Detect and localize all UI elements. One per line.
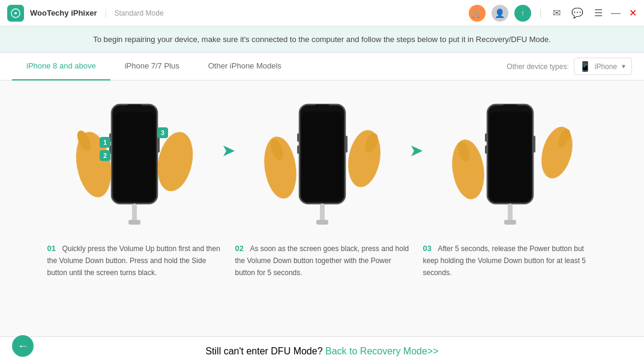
svg-rect-25 <box>297 145 299 154</box>
svg-rect-19 <box>128 220 140 225</box>
svg-point-26 <box>260 135 300 201</box>
svg-rect-4 <box>157 136 160 153</box>
back-arrow-icon: ← <box>17 340 28 353</box>
cart-icon[interactable]: 🛒 <box>469 5 486 22</box>
titlebar: WooTechy iPhixer Standard Mode 🛒 👤 ↑ | ✉… <box>0 0 644 26</box>
device-type-label: Other device types: <box>507 62 568 71</box>
svg-point-38 <box>448 138 487 201</box>
footer: ← Still can't enter DFU Mode? Back to Re… <box>0 336 644 364</box>
minimize-button[interactable]: — <box>611 8 621 19</box>
logo-icon <box>10 8 21 19</box>
svg-rect-31 <box>316 220 328 225</box>
arrow-right-icon: ➤ <box>221 141 235 160</box>
instruction-banner: To begin repairing your device, make sur… <box>0 26 644 53</box>
svg-rect-36 <box>485 133 487 142</box>
footer-static-text: Still can't enter DFU Mode? <box>205 346 322 357</box>
step-3-text: 03 After 5 seconds, release the Power bu… <box>423 243 597 279</box>
svg-text:2: 2 <box>103 153 107 159</box>
svg-rect-30 <box>320 204 325 222</box>
step-1-illustration: 1 2 3 <box>68 93 200 237</box>
mail-icon[interactable]: ✉ <box>550 5 563 21</box>
window-controls: — ✕ <box>611 7 637 19</box>
recovery-mode-link[interactable]: Back to Recovery Mode>> <box>325 346 439 357</box>
svg-rect-22 <box>302 112 343 201</box>
main-content: 1 2 3 01 Quickly press the Volume Up but… <box>0 80 644 336</box>
step-1: 1 2 3 01 Quickly press the Volume Up but… <box>47 93 221 279</box>
tab-iphone8[interactable]: iPhone 8 and above <box>12 53 110 80</box>
step-1-svg: 1 2 3 <box>68 93 200 237</box>
device-selected: iPhone <box>595 62 617 71</box>
svg-rect-43 <box>504 220 516 225</box>
step-2-text: 02 As soon as the screen goes black, pre… <box>235 243 409 279</box>
device-icon: 📱 <box>579 61 591 72</box>
svg-rect-21 <box>314 105 330 109</box>
device-dropdown[interactable]: 📱 iPhone ▼ <box>574 58 632 75</box>
banner-text: To begin repairing your device, make sur… <box>93 35 551 44</box>
step-3-num: 03 <box>423 244 432 253</box>
step-3: 03 After 5 seconds, release the Power bu… <box>423 93 597 279</box>
svg-text:3: 3 <box>161 130 164 136</box>
tab-bar: iPhone 8 and above iPhone 7/7 Plus Other… <box>0 53 644 80</box>
svg-point-28 <box>344 127 385 190</box>
upgrade-icon[interactable]: ↑ <box>514 5 531 22</box>
svg-rect-2 <box>127 105 142 109</box>
toolbar-icons: 🛒 👤 ↑ | ✉ 💬 ☰ <box>469 5 605 22</box>
step-3-desc: After 5 seconds, release the Power butto… <box>423 244 586 277</box>
device-type-selector: Other device types: 📱 iPhone ▼ <box>507 58 632 75</box>
step-2-desc: As soon as the screen goes black, press … <box>235 244 409 277</box>
arrow-2: ➤ <box>409 93 423 160</box>
app-logo <box>7 5 24 22</box>
svg-rect-18 <box>132 204 137 222</box>
svg-rect-23 <box>345 136 348 153</box>
step-2-svg <box>256 93 388 237</box>
svg-rect-42 <box>508 204 513 222</box>
step-2-num: 02 <box>235 244 244 253</box>
step-1-desc: Quickly press the Volume Up button first… <box>47 244 220 277</box>
app-name: WooTechy iPhixer <box>30 8 97 17</box>
step-3-illustration <box>444 93 576 237</box>
menu-icon[interactable]: ☰ <box>592 5 605 21</box>
svg-point-40 <box>536 123 576 181</box>
svg-rect-35 <box>533 136 535 153</box>
app-mode: Standard Mode <box>106 9 164 17</box>
chat-icon[interactable]: 💬 <box>569 5 586 21</box>
arrow-right-2-icon: ➤ <box>409 141 423 160</box>
close-button[interactable]: ✕ <box>629 7 637 19</box>
step-3-svg <box>444 93 576 237</box>
svg-rect-24 <box>297 133 299 142</box>
svg-rect-3 <box>114 112 155 201</box>
account-icon[interactable]: 👤 <box>492 5 508 22</box>
dropdown-chevron-icon: ▼ <box>621 63 627 70</box>
step-1-text: 01 Quickly press the Volume Up button fi… <box>47 243 221 279</box>
step-2-illustration <box>256 93 388 237</box>
svg-text:1: 1 <box>103 139 107 146</box>
step-2: 02 As soon as the screen goes black, pre… <box>235 93 409 279</box>
tab-iphone7[interactable]: iPhone 7/7 Plus <box>110 53 194 80</box>
steps-container: 1 2 3 01 Quickly press the Volume Up but… <box>24 93 620 336</box>
svg-rect-33 <box>502 105 518 109</box>
back-button[interactable]: ← <box>12 335 34 357</box>
svg-rect-34 <box>490 112 531 201</box>
arrow-1: ➤ <box>221 93 235 160</box>
step-1-num: 01 <box>47 244 56 253</box>
tab-other[interactable]: Other iPhone Models <box>194 53 296 80</box>
svg-rect-37 <box>485 145 487 154</box>
